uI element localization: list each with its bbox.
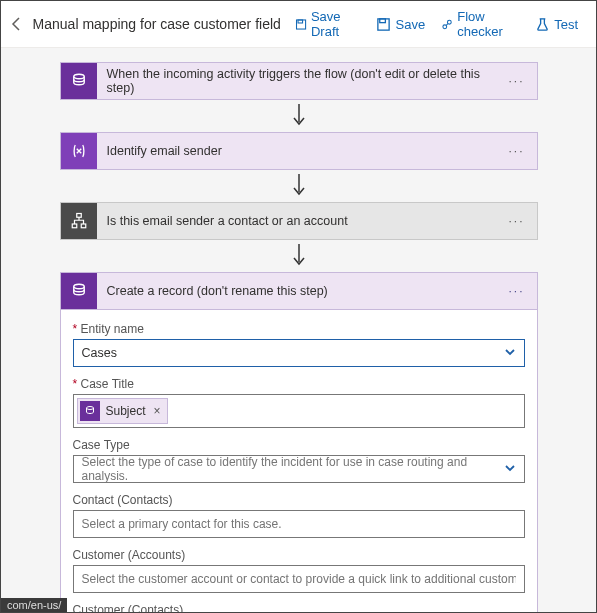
save-draft-button[interactable]: Save Draft	[289, 7, 367, 41]
save-draft-label: Save Draft	[311, 9, 361, 39]
flow-checker-label: Flow checker	[457, 9, 519, 39]
test-button[interactable]: Test	[529, 15, 584, 34]
step-condition[interactable]: Is this email sender a contact or an acc…	[60, 202, 538, 240]
svg-point-5	[448, 20, 452, 24]
test-label: Test	[554, 17, 578, 32]
customer-contacts-label: Customer (Contacts)	[73, 603, 525, 612]
svg-point-4	[443, 24, 447, 28]
step-condition-title: Is this email sender a contact or an acc…	[97, 214, 497, 228]
svg-point-10	[73, 284, 84, 289]
step-identify-title: Identify email sender	[97, 144, 497, 158]
cds-icon	[80, 401, 100, 421]
svg-point-11	[86, 407, 93, 410]
arrow-icon	[60, 170, 538, 202]
page-title: Manual mapping for case customer field	[33, 16, 281, 32]
flow-canvas: When the incoming activity triggers the …	[1, 48, 596, 612]
step-identify-more[interactable]: ···	[497, 144, 537, 158]
token-label: Subject	[106, 404, 146, 418]
contact-label: Contact (Contacts)	[73, 493, 525, 507]
svg-rect-8	[72, 224, 77, 228]
arrow-icon	[60, 240, 538, 272]
variable-icon	[61, 133, 97, 169]
step-create-more[interactable]: ···	[497, 284, 537, 298]
svg-point-6	[73, 74, 84, 79]
step-create-title: Create a record (don't rename this step)	[97, 284, 497, 298]
step-create-form: Entity name Cases Case Title Subject ×	[60, 310, 538, 612]
cds-icon	[61, 273, 97, 309]
dynamic-token-subject[interactable]: Subject ×	[77, 398, 168, 424]
chevron-down-icon	[504, 346, 516, 361]
header-bar: Manual mapping for case customer field S…	[1, 1, 596, 48]
case-title-input[interactable]: Subject ×	[73, 394, 525, 428]
chevron-down-icon	[504, 462, 516, 477]
customer-accounts-label: Customer (Accounts)	[73, 548, 525, 562]
step-trigger[interactable]: When the incoming activity triggers the …	[60, 62, 538, 100]
contact-input[interactable]	[73, 510, 525, 538]
browser-statusbar: com/en-us/	[1, 598, 67, 612]
svg-rect-1	[298, 19, 303, 22]
save-button[interactable]: Save	[370, 15, 431, 34]
case-title-label: Case Title	[73, 377, 525, 391]
entity-name-value: Cases	[82, 346, 117, 360]
entity-name-label: Entity name	[73, 322, 525, 336]
step-create-header[interactable]: Create a record (don't rename this step)…	[60, 272, 538, 310]
cds-icon	[61, 63, 97, 99]
svg-rect-7	[76, 214, 81, 218]
step-trigger-title: When the incoming activity triggers the …	[97, 67, 497, 95]
save-label: Save	[395, 17, 425, 32]
step-condition-more[interactable]: ···	[497, 214, 537, 228]
arrow-icon	[60, 100, 538, 132]
case-type-placeholder: Select the type of case to identify the …	[82, 455, 496, 483]
svg-rect-3	[380, 18, 386, 22]
condition-icon	[61, 203, 97, 239]
token-remove-icon[interactable]: ×	[152, 404, 161, 418]
case-type-select[interactable]: Select the type of case to identify the …	[73, 455, 525, 483]
svg-rect-9	[81, 224, 86, 228]
flow-checker-button[interactable]: Flow checker	[435, 7, 525, 41]
entity-name-select[interactable]: Cases	[73, 339, 525, 367]
customer-accounts-input[interactable]	[73, 565, 525, 593]
back-button[interactable]	[7, 12, 27, 36]
case-type-label: Case Type	[73, 438, 525, 452]
step-identify[interactable]: Identify email sender ···	[60, 132, 538, 170]
step-trigger-more[interactable]: ···	[497, 74, 537, 88]
